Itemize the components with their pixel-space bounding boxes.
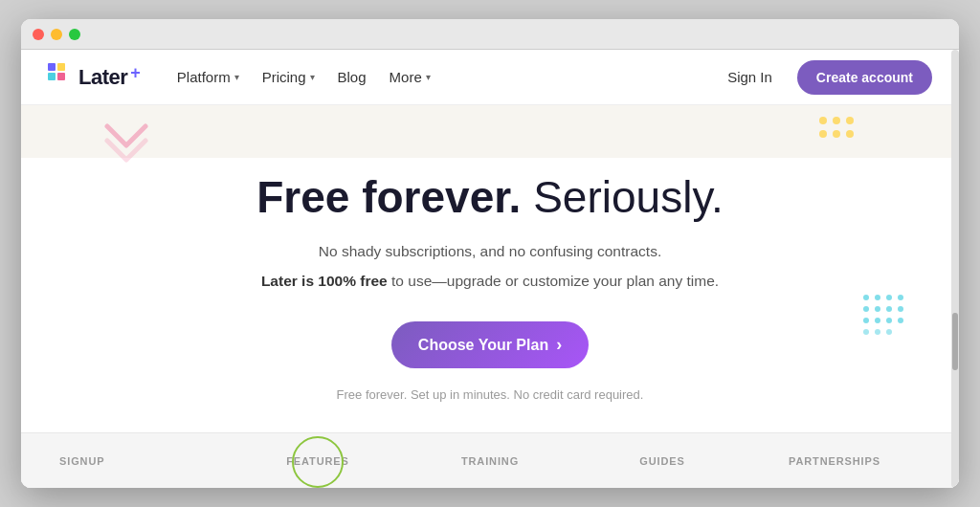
logo-superscript: + xyxy=(130,63,141,83)
svg-rect-1 xyxy=(48,73,56,80)
nav-item-more[interactable]: More ▾ xyxy=(380,63,440,91)
svg-point-11 xyxy=(875,295,880,300)
hero-subtext-2: Later is 100% free to use—upgrade or cus… xyxy=(256,270,724,294)
nav-item-platform[interactable]: Platform ▾ xyxy=(167,63,249,91)
svg-point-15 xyxy=(875,306,880,312)
teal-dots-decoration xyxy=(858,290,911,346)
hero-footnote: Free forever. Set up in minutes. No cred… xyxy=(256,387,724,402)
svg-point-18 xyxy=(863,318,869,323)
headline-light: Seriously. xyxy=(533,172,724,222)
svg-point-19 xyxy=(875,318,880,323)
create-account-button[interactable]: Create account xyxy=(797,60,932,95)
svg-point-13 xyxy=(898,295,903,300)
close-button[interactable] xyxy=(33,29,44,40)
svg-point-7 xyxy=(819,130,827,138)
nav-item-blog[interactable]: Blog xyxy=(328,63,376,91)
pricing-chevron-icon: ▾ xyxy=(310,72,315,82)
platform-chevron-icon: ▾ xyxy=(234,72,239,82)
more-chevron-icon: ▾ xyxy=(426,72,431,82)
svg-rect-0 xyxy=(48,63,56,71)
svg-point-21 xyxy=(898,318,903,323)
svg-point-6 xyxy=(846,117,854,124)
svg-point-17 xyxy=(898,306,903,312)
titlebar xyxy=(21,19,959,50)
browser-window: Later + Platform ▾ Pricing ▾ Blog More ▾ xyxy=(21,19,959,488)
svg-point-5 xyxy=(833,117,840,124)
pink-chevron-decoration xyxy=(98,117,155,168)
hero-headline: Free forever. Seriously. xyxy=(256,172,724,223)
sign-in-button[interactable]: Sign In xyxy=(718,63,782,91)
svg-point-22 xyxy=(863,329,869,335)
footer-band: Signup FEATURES TRAINING GUIDES PARTNERS… xyxy=(21,432,959,488)
footer-items: Signup FEATURES TRAINING GUIDES PARTNERS… xyxy=(59,455,921,467)
footer-item-training[interactable]: TRAINING xyxy=(404,455,576,467)
navbar: Later + Platform ▾ Pricing ▾ Blog More ▾ xyxy=(21,50,959,105)
svg-rect-3 xyxy=(57,73,65,80)
hero-section: Free forever. Seriously. No shady subscr… xyxy=(21,105,959,432)
scrollbar-thumb[interactable] xyxy=(952,313,958,370)
choose-plan-button[interactable]: Choose Your Plan › xyxy=(391,321,589,368)
svg-point-24 xyxy=(886,329,892,335)
svg-point-12 xyxy=(886,295,892,300)
svg-rect-2 xyxy=(57,63,65,71)
nav-right: Sign In Create account xyxy=(718,60,932,95)
nav-item-pricing[interactable]: Pricing ▾ xyxy=(253,63,324,91)
headline-bold: Free forever. xyxy=(256,172,521,222)
scrollbar[interactable] xyxy=(951,50,959,488)
svg-point-8 xyxy=(833,130,840,138)
svg-point-10 xyxy=(863,295,869,300)
choose-plan-label: Choose Your Plan xyxy=(418,337,548,354)
svg-point-14 xyxy=(863,306,869,312)
minimize-button[interactable] xyxy=(51,29,62,40)
hero-subtext-1: No shady subscriptions, and no confusing… xyxy=(256,240,724,264)
footer-item-features[interactable]: FEATURES xyxy=(232,455,404,467)
logo-text: Later xyxy=(78,65,127,90)
logo[interactable]: Later + xyxy=(48,63,141,92)
hero-content: Free forever. Seriously. No shady subscr… xyxy=(256,105,724,402)
choose-plan-arrow-icon: › xyxy=(556,335,562,355)
nav-links: Platform ▾ Pricing ▾ Blog More ▾ xyxy=(167,63,718,91)
logo-icon xyxy=(48,63,77,92)
subtext-suffix: to use—upgrade or customize your plan an… xyxy=(388,273,719,289)
browser-content: Later + Platform ▾ Pricing ▾ Blog More ▾ xyxy=(21,50,959,488)
svg-point-16 xyxy=(886,306,892,312)
svg-point-9 xyxy=(846,130,854,138)
svg-point-4 xyxy=(819,117,827,124)
yellow-dots-decoration xyxy=(815,113,863,145)
footer-item-signup[interactable]: Signup xyxy=(59,455,232,467)
maximize-button[interactable] xyxy=(69,29,80,40)
footer-item-guides[interactable]: GUIDES xyxy=(576,455,748,467)
svg-point-23 xyxy=(875,329,880,335)
subtext-bold: Later is 100% free xyxy=(261,273,388,289)
svg-point-20 xyxy=(886,318,892,323)
footer-item-partnerships[interactable]: PARTNERSHIPS xyxy=(748,455,921,467)
